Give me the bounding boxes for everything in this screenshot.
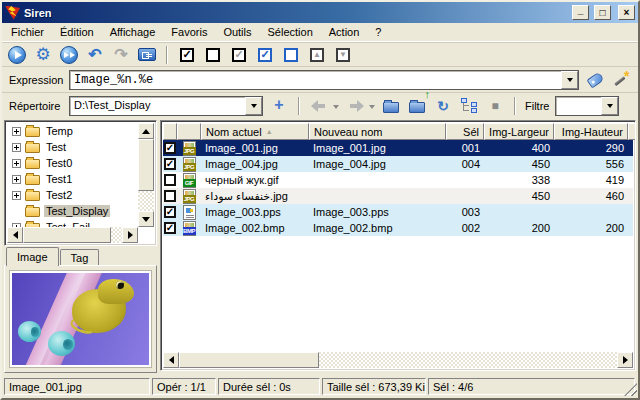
row-checkbox[interactable] — [164, 190, 176, 202]
uncheck-selected-icon[interactable] — [281, 45, 301, 65]
table-row-image-001-jpg[interactable]: ✓JPGImage_001.jpgImage_001.jpg001400290 — [163, 140, 633, 156]
menu-item-s-lection[interactable]: Sélection — [260, 24, 321, 41]
forward-button[interactable] — [345, 96, 365, 116]
row-checkbox[interactable] — [164, 174, 176, 186]
tree-item-test[interactable]: Test — [7, 139, 138, 155]
scroll-right-button[interactable] — [617, 352, 633, 368]
tree-item-test2[interactable]: Test2 — [7, 187, 138, 203]
move-down-icon[interactable]: ▼ — [333, 45, 353, 65]
move-up-icon[interactable]: ▲ — [307, 45, 327, 65]
tree-item-temp[interactable]: Temp — [7, 123, 138, 139]
check-all-icon[interactable]: ✓ — [177, 45, 197, 65]
column-header-icon[interactable] — [177, 123, 201, 140]
scrollbar-thumb[interactable] — [23, 227, 111, 243]
column-header-w[interactable]: Img-Largeur — [484, 123, 554, 140]
scroll-left-button[interactable] — [163, 352, 179, 368]
options-panel-icon[interactable] — [137, 45, 157, 65]
stop-button[interactable]: ■ — [485, 96, 505, 116]
check-selected-icon[interactable]: ✓ — [255, 45, 275, 65]
forward-arrow-icon — [347, 100, 364, 112]
scrollbar-track[interactable] — [23, 227, 122, 243]
expression-input[interactable]: Image_%n.%e — [70, 71, 561, 89]
close-button[interactable]: × — [618, 5, 635, 20]
column-header-new[interactable]: Nouveau nom — [309, 123, 446, 140]
row-checkbox[interactable]: ✓ — [164, 222, 176, 234]
tree-horizontal-scrollbar[interactable] — [7, 227, 138, 243]
file-type-cell: JPG — [177, 156, 201, 172]
directory-input[interactable]: D:\Test_Display — [70, 97, 245, 115]
tree-vertical-scrollbar[interactable] — [138, 123, 154, 227]
expression-wizard-button[interactable]: * — [611, 70, 631, 90]
file-type-badge: BMP — [183, 227, 196, 235]
table-row-image-003-pps[interactable]: ✓Image_003.ppsImage_003.pps003 — [163, 204, 633, 220]
img-height-cell: 290 — [554, 140, 628, 156]
expand-plus-icon[interactable] — [12, 191, 21, 200]
back-history-dropdown[interactable] — [333, 105, 339, 112]
table-row-gif[interactable]: GIFчерный жук.gif338419 — [163, 172, 633, 188]
maximize-button[interactable]: □ — [594, 5, 611, 20]
expand-plus-icon[interactable] — [12, 159, 21, 168]
menu-item-dition[interactable]: Édition — [52, 24, 102, 41]
refresh-button[interactable]: ↻ — [433, 96, 453, 116]
back-button[interactable] — [309, 96, 329, 116]
tree-item-test0[interactable]: Test0 — [7, 155, 138, 171]
folder-icon — [25, 159, 40, 169]
menu-item-action[interactable]: Action — [321, 24, 368, 41]
tab-tag[interactable]: Tag — [60, 249, 100, 266]
scrollbar-track[interactable] — [138, 139, 154, 211]
expand-tree-button[interactable] — [459, 96, 479, 116]
minimize-button[interactable]: _ — [572, 5, 589, 20]
file-type-badge: JPG — [183, 147, 196, 155]
folder-icon — [25, 143, 40, 153]
invert-checks-icon[interactable]: ✓ — [229, 45, 249, 65]
tree-item-test1[interactable]: Test1 — [7, 171, 138, 187]
forward-history-dropdown[interactable] — [369, 105, 375, 112]
checkbox-glyph — [206, 48, 220, 62]
gear-options-icon[interactable]: ⚙ — [33, 45, 53, 65]
menu-item-favoris[interactable]: Favoris — [163, 24, 215, 41]
row-checkbox[interactable]: ✓ — [164, 158, 176, 170]
expand-plus-icon[interactable] — [12, 127, 21, 136]
table-row-image-002-bmp[interactable]: ✓BMPImage_002.bmpImage_002.bmp002200200 — [163, 220, 633, 236]
img-width-cell: 400 — [484, 140, 554, 156]
browse-folder-button[interactable] — [381, 96, 401, 116]
column-header-h[interactable]: Img-Hauteur — [554, 123, 628, 140]
redo-icon[interactable]: ↷ — [111, 45, 131, 65]
table-row-jpg[interactable]: JPGخنفساء سوداء.jpg450460 — [163, 188, 633, 204]
uncheck-all-icon[interactable] — [203, 45, 223, 65]
scroll-down-button[interactable] — [138, 211, 154, 227]
filter-input[interactable] — [556, 97, 601, 115]
table-row-image-004-jpg[interactable]: ✓JPGImage_004.jpgImage_004.jpg004450556 — [163, 156, 633, 172]
menu-item-affichage[interactable]: Affichage — [102, 24, 164, 41]
tree-item-test-fail[interactable]: Test_Fail — [7, 219, 138, 227]
expression-dropdown-button[interactable] — [561, 71, 578, 89]
add-directory-button[interactable]: + — [269, 96, 289, 116]
tab-image[interactable]: Image — [6, 247, 59, 266]
menu-item-item[interactable]: ? — [367, 24, 389, 41]
parent-folder-button[interactable]: ↑ — [407, 96, 427, 116]
table-horizontal-scrollbar[interactable] — [163, 352, 633, 368]
rename-all-icon[interactable] — [59, 45, 79, 65]
directory-dropdown-button[interactable] — [245, 97, 262, 115]
column-header-sel[interactable]: Sél — [446, 123, 484, 140]
menu-item-outils[interactable]: Outils — [215, 24, 259, 41]
scroll-up-button[interactable] — [138, 123, 154, 139]
scrollbar-track[interactable] — [179, 352, 617, 368]
scroll-right-button[interactable] — [122, 227, 138, 243]
expand-plus-icon[interactable] — [12, 143, 21, 152]
menu-item-fichier[interactable]: Fichier — [3, 24, 52, 41]
undo-icon[interactable]: ↶ — [85, 45, 105, 65]
scroll-left-button[interactable] — [7, 227, 23, 243]
expand-plus-icon[interactable] — [12, 175, 21, 184]
title-bar[interactable]: Siren _ □ × — [2, 2, 638, 23]
column-header-check[interactable] — [163, 123, 177, 140]
filter-dropdown-button[interactable] — [601, 97, 618, 115]
tree-item-test-display[interactable]: Test_Display — [7, 203, 138, 219]
row-checkbox[interactable]: ✓ — [164, 142, 176, 154]
scrollbar-thumb[interactable] — [179, 352, 319, 368]
column-header-current[interactable]: Nom actuel▲ — [201, 123, 309, 140]
insert-tag-button[interactable] — [585, 70, 605, 90]
rename-play-icon[interactable] — [7, 45, 27, 65]
row-checkbox[interactable]: ✓ — [164, 206, 176, 218]
scrollbar-thumb[interactable] — [138, 139, 154, 191]
